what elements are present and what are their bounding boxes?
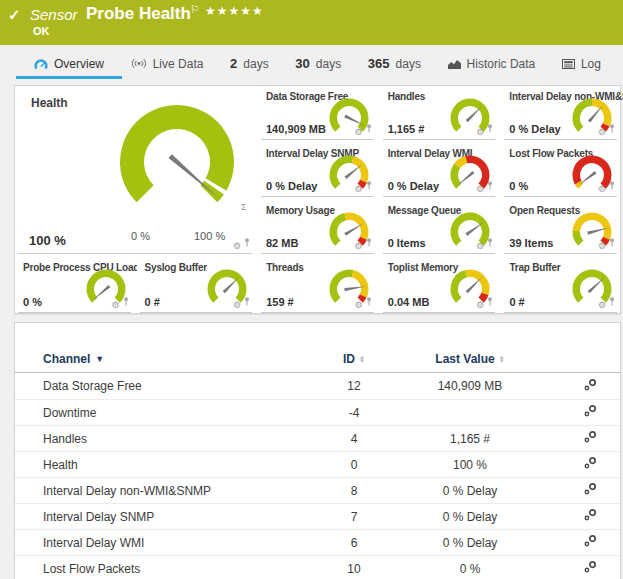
table-row[interactable]: Interval Delay non-WMI&SNMP80 % Delay <box>15 477 620 503</box>
gear-icon[interactable]: ⚙ <box>598 185 606 194</box>
pin-icon <box>609 181 615 190</box>
gear-icon[interactable]: ⚙ <box>598 301 606 310</box>
gauge-grid: Data Storage Free140,909 MB⚙Handles1,165… <box>258 86 620 254</box>
pin-icon[interactable] <box>244 292 250 310</box>
gauge-title: Health <box>31 96 68 110</box>
pin-icon[interactable] <box>609 176 615 194</box>
pin-icon <box>487 181 493 190</box>
cell-channel: Interval Delay SNMP <box>43 510 323 524</box>
channel-settings-icon[interactable] <box>583 430 598 444</box>
gauge-tile-probe-process-cpu-load: Probe Process CPU Load0 %⚙ <box>15 257 134 313</box>
pin-icon[interactable] <box>123 292 129 310</box>
cell-id: 12 <box>323 379 385 393</box>
cell-last-value: 140,909 MB <box>385 379 555 393</box>
tab-historic-data[interactable]: Historic Data <box>444 47 540 80</box>
tab-365-days[interactable]: 365days <box>364 47 425 80</box>
pin-icon[interactable] <box>487 119 493 137</box>
column-id[interactable]: ID ▲▼ <box>323 352 385 366</box>
pin-icon[interactable] <box>609 292 615 310</box>
tab-30-days[interactable]: 30days <box>291 47 345 80</box>
cell-channel: Downtime <box>43 406 323 420</box>
gear-icon[interactable]: ⚙ <box>233 301 241 310</box>
cell-link <box>555 378 623 395</box>
gauge-value: 0 % Delay <box>388 180 439 192</box>
gauge-bottom-row: Probe Process CPU Load0 %⚙Syslog Buffer0… <box>15 257 620 313</box>
gear-icon[interactable]: ⚙ <box>355 185 363 194</box>
pin-icon[interactable] <box>366 119 372 137</box>
table-row[interactable]: Downtime-4 <box>15 399 620 425</box>
gear-icon[interactable]: ⚙ <box>112 301 120 310</box>
channel-settings-icon[interactable] <box>583 534 598 548</box>
gauge-tile-syslog-buffer: Syslog Buffer0 #⚙ <box>137 257 256 313</box>
pin-icon[interactable] <box>487 233 493 251</box>
tab-label: days <box>396 57 421 71</box>
tab-2-days[interactable]: 2days <box>226 47 273 80</box>
gauge-value: 0.04 MB <box>388 296 430 308</box>
gear-icon[interactable]: ⚙ <box>476 185 484 194</box>
priority-stars[interactable]: ★★★★★ <box>205 4 264 18</box>
column-channel[interactable]: Channel ▼ <box>43 352 323 366</box>
gauge-value: 0 % <box>23 296 42 308</box>
cell-channel: Interval Delay non-WMI&SNMP <box>43 484 323 498</box>
channel-settings-icon[interactable] <box>583 508 598 522</box>
pin-icon[interactable] <box>366 233 372 251</box>
log-icon <box>562 59 575 69</box>
tab-overview[interactable]: Overview <box>30 47 108 80</box>
channel-table-body: Data Storage Free12140,909 MBDowntime-4H… <box>15 373 620 579</box>
channel-settings-icon[interactable] <box>583 560 598 574</box>
pin-icon[interactable] <box>609 119 615 137</box>
table-row[interactable]: Interval Delay WMI60 % Delay <box>15 529 620 555</box>
pin-icon[interactable] <box>609 233 615 251</box>
channel-settings-icon[interactable] <box>583 482 598 496</box>
channel-settings-icon[interactable] <box>583 378 598 392</box>
sort-desc-icon: ▼ <box>95 354 104 364</box>
gauge-value: 100 % <box>29 233 66 248</box>
table-row[interactable]: Health0100 % <box>15 451 620 477</box>
gear-icon[interactable]: ⚙ <box>233 242 241 251</box>
ok-check-icon: ✓ <box>8 6 21 24</box>
tab-label: days <box>316 57 341 71</box>
cell-link <box>555 404 623 421</box>
gauge-value: 0 # <box>509 296 524 308</box>
cell-id: 10 <box>323 562 385 576</box>
tab-log[interactable]: Log <box>558 47 605 80</box>
gear-icon[interactable]: ⚙ <box>355 242 363 251</box>
sensor-title: Probe Health <box>86 4 191 24</box>
tab-number: 2 <box>230 56 237 71</box>
pin-icon <box>244 238 250 247</box>
gear-icon[interactable]: ⚙ <box>598 128 606 137</box>
table-row[interactable]: Lost Flow Packets100 % <box>15 555 620 579</box>
cell-channel: Lost Flow Packets <box>43 562 323 576</box>
gear-icon[interactable]: ⚙ <box>355 128 363 137</box>
gear-icon[interactable]: ⚙ <box>476 301 484 310</box>
tile-actions: ⚙ <box>598 176 615 194</box>
table-row[interactable]: Interval Delay SNMP70 % Delay <box>15 503 620 529</box>
gauge-value: 39 Items <box>509 237 553 249</box>
pin-icon[interactable] <box>487 176 493 194</box>
channel-settings-icon[interactable] <box>583 404 598 418</box>
pin-icon[interactable] <box>366 292 372 310</box>
gear-icon[interactable]: ⚙ <box>598 242 606 251</box>
cell-link <box>555 560 623 577</box>
gauge-value: 0 % Delay <box>266 180 317 192</box>
channel-settings-icon[interactable] <box>583 456 598 470</box>
cell-last-value: 0 % Delay <box>385 484 555 498</box>
gauge-value: 0 % <box>509 180 528 192</box>
flag-icon[interactable]: ⚐ <box>190 3 200 16</box>
cell-channel: Interval Delay WMI <box>43 536 323 550</box>
gauge-value: 140,909 MB <box>266 123 326 135</box>
gear-icon[interactable]: ⚙ <box>355 301 363 310</box>
pin-icon[interactable] <box>366 176 372 194</box>
gear-icon[interactable]: ⚙ <box>476 128 484 137</box>
table-row[interactable]: Data Storage Free12140,909 MB <box>15 373 620 399</box>
tile-actions: ⚙ <box>476 233 493 251</box>
pin-icon <box>487 238 493 247</box>
table-row[interactable]: Handles41,165 # <box>15 425 620 451</box>
gauge-scale-max: 100 % <box>194 230 225 242</box>
gear-icon[interactable]: ⚙ <box>476 242 484 251</box>
tab-live-data[interactable]: Live Data <box>127 47 208 80</box>
pin-icon[interactable] <box>244 233 250 251</box>
tab-number: 30 <box>295 56 309 71</box>
pin-icon[interactable] <box>487 292 493 310</box>
column-last-value[interactable]: Last Value ▲▼ <box>385 352 555 366</box>
